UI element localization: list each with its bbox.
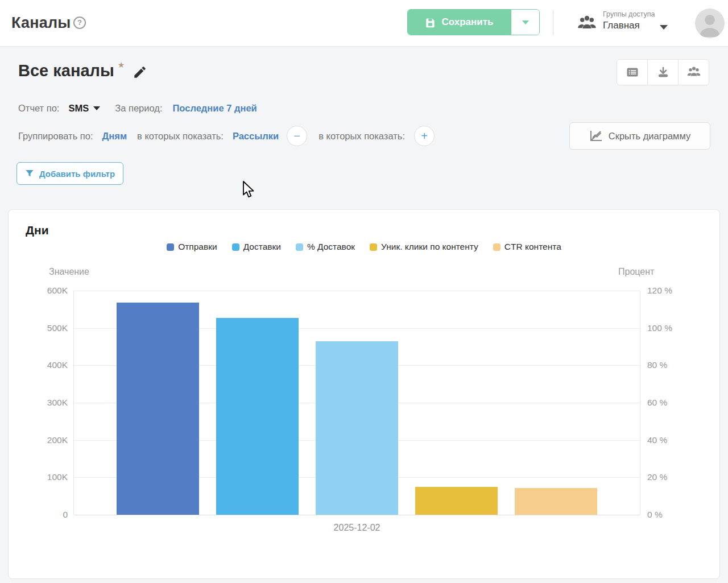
axis-tick: 100K bbox=[19, 472, 68, 482]
unsaved-star-icon: ★ bbox=[118, 60, 125, 69]
axis-tick: 500K bbox=[19, 323, 68, 333]
bar-ctr bbox=[515, 488, 597, 515]
hide-chart-button[interactable]: Скрыть диаграмму bbox=[569, 122, 710, 150]
legend-item-deliveries[interactable]: Доставки bbox=[232, 242, 281, 252]
report-filters-row-1: Отчет по: SMS За период: Последние 7 дне… bbox=[18, 103, 257, 114]
users-icon bbox=[686, 66, 701, 78]
report-title-row: Все каналы ★ bbox=[18, 61, 147, 80]
share-access-button[interactable] bbox=[678, 59, 709, 85]
gridline bbox=[74, 515, 640, 515]
legend-swatch-ctr bbox=[493, 243, 500, 251]
list-icon bbox=[626, 65, 639, 79]
access-groups-icon bbox=[577, 15, 597, 32]
chart-card: Дни ОтправкиДоставки% ДоставокУник. клик… bbox=[8, 209, 720, 579]
right-axis-ticks: 120 %100 %80 %60 %40 %20 %0 % bbox=[647, 291, 698, 515]
chart-slash-icon bbox=[589, 130, 603, 142]
axis-tick: 0 % bbox=[647, 510, 698, 520]
edit-title-pencil-icon[interactable] bbox=[133, 65, 147, 80]
header-divider bbox=[553, 10, 553, 35]
show-in-label-1: в которых показать: bbox=[137, 131, 224, 142]
filter-funnel-icon bbox=[25, 169, 34, 178]
axis-tick: 600K bbox=[19, 286, 68, 296]
left-axis-ticks: 600K500K400K300K200K100K0 bbox=[19, 291, 68, 515]
gridline bbox=[74, 291, 640, 291]
axis-tick: 300K bbox=[19, 398, 68, 408]
access-group-caption: Группы доступа bbox=[603, 10, 655, 18]
chevron-down-icon bbox=[522, 20, 530, 25]
axis-tick: 80 % bbox=[647, 360, 698, 370]
legend-item-delivery_rate[interactable]: % Доставок bbox=[296, 242, 355, 252]
show-in-value-link[interactable]: Рассылки bbox=[233, 131, 279, 142]
group-by-value-link[interactable]: Дням bbox=[102, 131, 127, 142]
download-icon bbox=[656, 65, 670, 79]
mouse-cursor-icon bbox=[242, 181, 256, 199]
app-screen: Каналы ? Сохранить Группы доступа bbox=[0, 0, 728, 583]
avatar-silhouette-icon bbox=[695, 9, 725, 38]
plot-area bbox=[73, 291, 640, 515]
download-button[interactable] bbox=[647, 59, 679, 85]
legend-label-sends: Отправки bbox=[178, 242, 217, 252]
axis-tick: 0 bbox=[19, 510, 68, 520]
bar-delivery_rate bbox=[316, 341, 398, 515]
x-axis-category-label: 2025-12-02 bbox=[73, 523, 640, 533]
save-icon bbox=[425, 17, 436, 28]
legend-label-ctr: CTR контента bbox=[504, 242, 561, 252]
axis-tick: 200K bbox=[19, 435, 68, 445]
remove-dimension-button[interactable]: − bbox=[287, 126, 307, 146]
report-by-chevron-icon[interactable] bbox=[93, 106, 100, 110]
legend-label-deliveries: Доставки bbox=[243, 242, 281, 252]
bar-unique_clicks bbox=[415, 487, 498, 515]
hide-chart-label: Скрыть диаграмму bbox=[609, 131, 690, 142]
period-label: За период: bbox=[115, 103, 162, 114]
add-filter-label: Добавить фильтр bbox=[39, 169, 115, 179]
legend-item-sends[interactable]: Отправки bbox=[167, 242, 217, 252]
save-dropdown-button[interactable] bbox=[511, 10, 539, 35]
report-filters-row-2: Группировать по: Дням в которых показать… bbox=[18, 126, 435, 146]
chart-legend: ОтправкиДоставки% ДоставокУник. клики по… bbox=[9, 242, 719, 252]
legend-label-delivery_rate: % Доставок bbox=[307, 242, 355, 252]
report-by-label: Отчет по: bbox=[18, 103, 59, 114]
show-in-label-2: в которых показать: bbox=[318, 131, 405, 142]
save-button-label: Сохранить bbox=[441, 16, 493, 28]
page-title: Каналы bbox=[11, 14, 71, 32]
legend-swatch-unique_clicks bbox=[370, 243, 377, 251]
axis-tick: 400K bbox=[19, 360, 68, 370]
help-icon[interactable]: ? bbox=[73, 16, 86, 29]
report-title: Все каналы bbox=[18, 61, 114, 80]
period-value-link[interactable]: Последние 7 дней bbox=[173, 103, 257, 114]
add-filter-button[interactable]: Добавить фильтр bbox=[16, 162, 123, 185]
axis-tick: 100 % bbox=[647, 323, 698, 333]
access-group-block[interactable]: Группы доступа Главная bbox=[603, 10, 655, 31]
legend-swatch-deliveries bbox=[232, 243, 239, 251]
top-header: Каналы ? Сохранить Группы доступа bbox=[0, 0, 728, 47]
report-by-select[interactable]: SMS bbox=[68, 103, 89, 114]
add-dimension-button[interactable]: + bbox=[414, 126, 435, 146]
right-axis-title: Процент bbox=[618, 267, 654, 277]
group-by-label: Группировать по: bbox=[18, 131, 93, 142]
legend-item-unique_clicks[interactable]: Уник. клики по контенту bbox=[370, 242, 478, 252]
avatar[interactable] bbox=[695, 9, 725, 38]
axis-tick: 60 % bbox=[647, 398, 698, 408]
legend-label-unique_clicks: Уник. клики по контенту bbox=[381, 242, 478, 252]
table-view-button[interactable] bbox=[617, 59, 648, 85]
access-group-value: Главная bbox=[603, 20, 655, 31]
report-toolbar bbox=[617, 59, 709, 85]
axis-tick: 20 % bbox=[647, 472, 698, 482]
axis-tick: 120 % bbox=[647, 286, 698, 296]
left-axis-title: Значение bbox=[49, 267, 89, 277]
access-group-chevron-icon[interactable] bbox=[660, 25, 668, 30]
chart-card-title: Дни bbox=[26, 224, 49, 237]
save-split-button: Сохранить bbox=[407, 9, 540, 35]
legend-swatch-sends bbox=[167, 243, 174, 251]
save-button[interactable]: Сохранить bbox=[408, 10, 511, 35]
axis-tick: 40 % bbox=[647, 435, 698, 445]
legend-item-ctr[interactable]: CTR контента bbox=[493, 242, 561, 252]
bar-sends bbox=[117, 303, 199, 515]
legend-swatch-delivery_rate bbox=[296, 243, 303, 251]
bar-deliveries bbox=[216, 318, 299, 515]
